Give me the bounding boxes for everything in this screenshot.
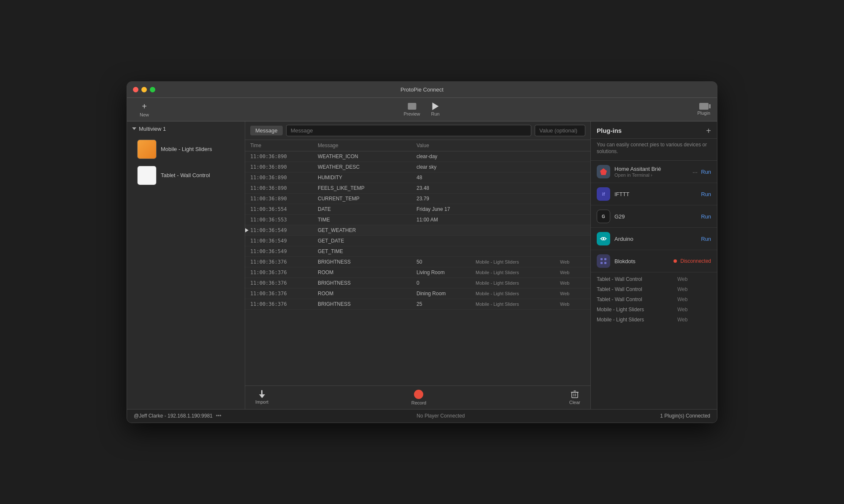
multiview-label: Multiview 1 — [139, 126, 166, 132]
message-input[interactable] — [286, 125, 531, 136]
import-label: Import — [255, 399, 268, 404]
connection-type: Web — [677, 317, 711, 323]
table-row[interactable]: 11:00:36:553 TIME 11:00 AM — [245, 215, 590, 225]
connection-source: Tablet - Wall Control — [597, 276, 677, 282]
plugin-run-button[interactable]: Run — [701, 236, 711, 242]
row-value: 25 — [417, 301, 476, 307]
tablet-thumbnail — [137, 166, 157, 185]
table-row[interactable]: 11:00:36:890 FEELS_LIKE_TEMP 23.48 — [245, 183, 590, 194]
row-time: 11:00:36:376 — [250, 259, 318, 265]
connection-type: Web — [677, 296, 711, 302]
svg-rect-0 — [572, 392, 578, 398]
table-row[interactable]: 11:00:36:890 WEATHER_DESC clear sky — [245, 162, 590, 172]
main-content: Multiview 1 Mobile - Light Sliders Table… — [127, 121, 717, 409]
titlebar: ProtoPie Connect — [127, 82, 717, 98]
row-time: 11:00:36:890 — [250, 196, 318, 202]
plugins-connected: 1 Plugin(s) Connected — [660, 413, 710, 419]
row-value: 50 — [417, 259, 476, 265]
plugin-run-button[interactable]: Run — [701, 169, 711, 175]
plugin-item[interactable]: Blokdots Disconnected — [591, 250, 717, 272]
row-type: Web — [560, 280, 585, 286]
plugin-action: Disconnected — [674, 258, 711, 264]
message-tag: Message — [250, 126, 283, 135]
col-message: Message — [318, 143, 417, 148]
row-message: ROOM — [318, 291, 417, 296]
preview-button[interactable]: Preview — [403, 102, 420, 116]
plugin-item[interactable]: Arduino Run — [591, 228, 717, 250]
table-row[interactable]: 11:00:36:376 ROOM Dining Room Mobile - L… — [245, 288, 590, 299]
bottom-toolbar: Import Record Clear — [245, 385, 590, 409]
plugin-icon-box: if — [597, 187, 610, 201]
row-message: GET_TIME — [318, 248, 417, 254]
plugin-connections: Tablet - Wall Control Web Tablet - Wall … — [591, 272, 717, 326]
table-row[interactable]: 11:00:36:890 HUMIDITY 48 — [245, 172, 590, 183]
tablet-thumb-img — [138, 166, 156, 185]
row-time: 11:00:36:890 — [250, 185, 318, 191]
chevron-down-icon — [132, 127, 136, 130]
row-value: Friday June 17 — [417, 206, 476, 212]
table-row[interactable]: 11:00:36:376 BRIGHTNESS 0 Mobile - Light… — [245, 278, 590, 288]
statusbar-more-button[interactable]: ••• — [216, 413, 222, 419]
table-row[interactable]: 11:00:36:890 WEATHER_ICON clear-day — [245, 151, 590, 162]
row-type: Web — [560, 291, 585, 296]
multiview-header[interactable]: Multiview 1 — [127, 121, 245, 136]
import-icon — [259, 390, 265, 398]
run-button[interactable]: Run — [430, 102, 441, 116]
table-row[interactable]: 11:00:36:376 ROOM Living Room Mobile - L… — [245, 267, 590, 278]
col-source — [476, 143, 560, 148]
table-row[interactable]: 11:00:36:549 GET_DATE — [245, 236, 590, 246]
message-area: Message Time Message Value 11:00:36:890 … — [245, 121, 590, 409]
table-row[interactable]: 11:00:36:376 BRIGHTNESS 50 Mobile - Ligh… — [245, 257, 590, 267]
import-button[interactable]: Import — [255, 390, 268, 404]
plugin-sub[interactable]: Open in Terminal › — [614, 172, 688, 178]
row-value: clear-day — [417, 154, 476, 159]
plugin-item[interactable]: Home Assitant Brié Open in Terminal › ··… — [591, 161, 717, 183]
clear-button[interactable]: Clear — [569, 390, 580, 405]
maximize-button[interactable] — [150, 87, 155, 92]
plugin-add-button[interactable]: + — [706, 127, 711, 135]
plugin-info: G29 — [614, 213, 697, 220]
plugin-icon-box — [597, 165, 610, 178]
plugin-icon — [699, 103, 709, 110]
mobile-label: Mobile - Light Sliders — [161, 146, 212, 152]
table-row[interactable]: 11:00:36:890 CURRENT_TEMP 23.79 — [245, 194, 590, 204]
no-player-connected: No Player Connected — [417, 413, 465, 419]
plugin-button[interactable]: Plugin — [697, 103, 710, 116]
toolbar-center: Preview Run — [403, 102, 440, 116]
row-source: Mobile - Light Sliders — [476, 259, 560, 264]
sidebar-item-mobile[interactable]: Mobile - Light Sliders — [127, 136, 245, 162]
svg-rect-6 — [604, 258, 606, 260]
plugin-panel-title: Plug-ins — [597, 127, 622, 134]
run-icon-wrap — [430, 102, 441, 110]
sidebar-item-tablet[interactable]: Tablet - Wall Control — [127, 162, 245, 189]
clear-label: Clear — [569, 400, 580, 405]
plugin-icon-box — [597, 232, 610, 245]
row-message: BRIGHTNESS — [318, 301, 417, 307]
table-row[interactable]: 11:00:36:554 DATE Friday June 17 — [245, 204, 590, 215]
plugin-item[interactable]: G G29 Run — [591, 205, 717, 228]
plugin-item[interactable]: if IFTTT Run — [591, 183, 717, 205]
plugin-run-button[interactable]: Run — [701, 213, 711, 220]
plugin-more-button[interactable]: ··· — [693, 168, 698, 175]
row-time: 11:00:36:549 — [250, 227, 318, 233]
row-message: DATE — [318, 206, 417, 212]
table-row[interactable]: 11:00:36:549 GET_WEATHER — [245, 225, 590, 236]
new-button[interactable]: + New — [134, 102, 155, 117]
record-label: Record — [411, 400, 426, 405]
toolbar: + New Preview Run Plugin — [127, 98, 717, 121]
row-type: Web — [560, 259, 585, 264]
svg-rect-8 — [604, 262, 606, 264]
preview-label: Preview — [403, 111, 420, 116]
plus-icon: + — [142, 102, 147, 111]
plugin-run-button[interactable]: Run — [701, 191, 711, 197]
close-button[interactable] — [133, 87, 138, 92]
row-source: Mobile - Light Sliders — [476, 302, 560, 307]
value-input[interactable] — [535, 125, 585, 136]
row-message: GET_WEATHER — [318, 227, 417, 233]
table-row[interactable]: 11:00:36:549 GET_TIME — [245, 246, 590, 257]
table-row[interactable]: 11:00:36:376 BRIGHTNESS 25 Mobile - Ligh… — [245, 299, 590, 310]
plugin-icon-box: G — [597, 210, 610, 223]
record-button[interactable]: Record — [411, 390, 426, 405]
row-message: ROOM — [318, 270, 417, 275]
minimize-button[interactable] — [141, 87, 147, 92]
